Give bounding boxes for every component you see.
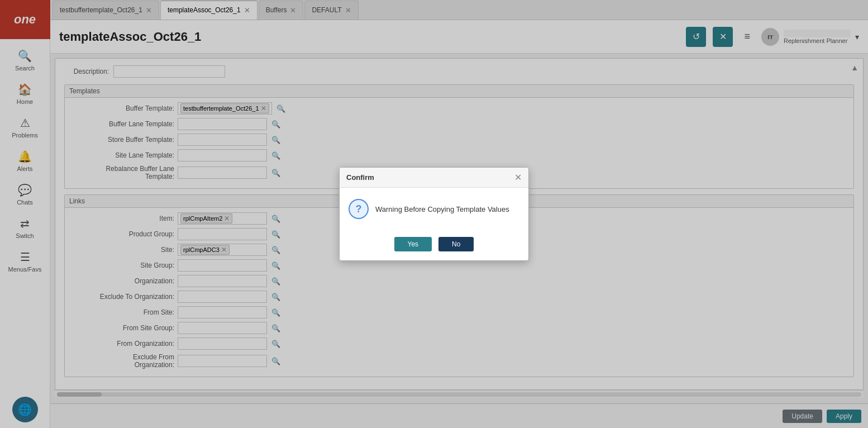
modal-title: Confirm [346, 173, 374, 182]
modal-info-icon: ? [349, 199, 369, 219]
modal-header: Confirm ✕ [340, 168, 528, 188]
confirm-modal: Confirm ✕ ? Warning Before Copying Templ… [339, 167, 529, 261]
modal-body: ? Warning Before Copying Template Values [340, 188, 528, 230]
modal-close-button[interactable]: ✕ [514, 172, 522, 183]
modal-overlay: Confirm ✕ ? Warning Before Copying Templ… [0, 0, 868, 428]
modal-message: Warning Before Copying Template Values [375, 205, 509, 213]
modal-footer: Yes No [340, 230, 528, 260]
modal-yes-button[interactable]: Yes [394, 237, 432, 251]
modal-no-button[interactable]: No [438, 237, 474, 251]
